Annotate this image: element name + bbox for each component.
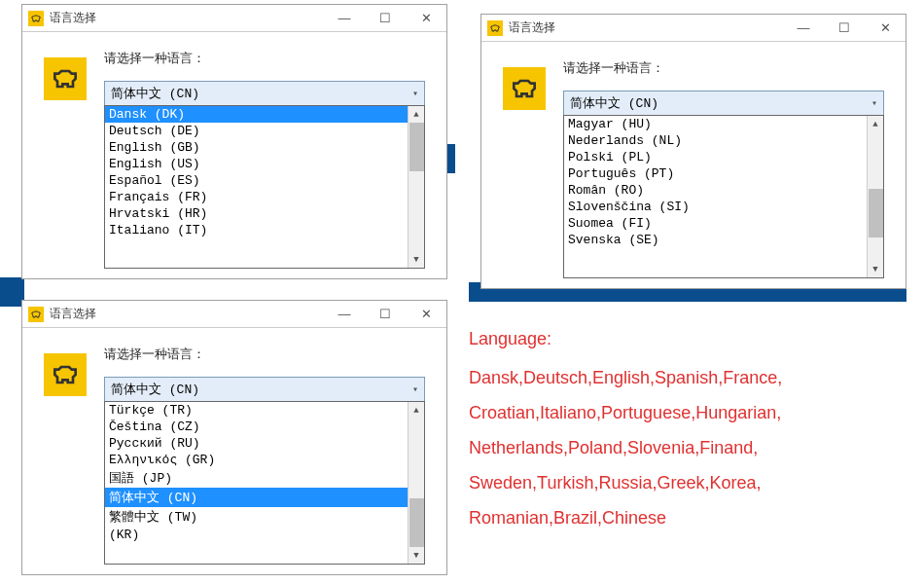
select-value: 简体中文 (CN) — [570, 94, 658, 112]
list-item[interactable]: Hrvatski (HR) — [105, 205, 424, 222]
engine-icon — [28, 11, 44, 26]
scrollbar[interactable]: ▲ ▼ — [408, 402, 424, 564]
list-item[interactable]: Dansk (DK) — [105, 106, 424, 123]
list-item[interactable]: (KR) — [105, 527, 424, 543]
engine-icon-large — [44, 57, 87, 100]
list-item[interactable]: Français (FR) — [105, 189, 424, 205]
list-item[interactable]: Eλληνικός (GR) — [105, 452, 424, 468]
language-line: Croatian,Italiano,Portuguese,Hungarian, — [469, 403, 781, 422]
maximize-button[interactable]: ☐ — [365, 301, 406, 327]
titlebar[interactable]: 语言选择 — ☐ ✕ — [481, 15, 906, 42]
scroll-thumb[interactable] — [869, 189, 883, 237]
window-title: 语言选择 — [50, 306, 96, 322]
list-item[interactable]: Român (RO) — [564, 182, 883, 199]
select-value: 简体中文 (CN) — [111, 85, 199, 102]
window-controls: — ☐ ✕ — [324, 301, 446, 327]
language-listbox[interactable]: Magyar (HU)Nederlands (NL)Polski (PL)Por… — [563, 115, 884, 278]
language-line: Romanian,Brazil,Chinese — [469, 508, 666, 528]
list-item[interactable]: Português (PT) — [564, 165, 883, 182]
language-select[interactable]: 简体中文 (CN) ▾ — [104, 81, 425, 106]
language-select[interactable]: 简体中文 (CN) ▾ — [563, 91, 884, 116]
list-item[interactable]: Türkçe (TR) — [105, 402, 424, 419]
list-item[interactable]: Čeština (CZ) — [105, 419, 424, 435]
language-select[interactable]: 简体中文 (CN) ▾ — [104, 377, 425, 402]
chevron-down-icon: ▾ — [871, 97, 877, 109]
window-controls: — ☐ ✕ — [324, 5, 446, 31]
window-title: 语言选择 — [50, 10, 96, 26]
minimize-button[interactable]: — — [783, 15, 824, 41]
scroll-down-button[interactable]: ▼ — [409, 547, 424, 564]
language-line: Sweden,Turkish,Russia,Greek,Korea, — [469, 473, 761, 493]
chevron-down-icon: ▾ — [412, 383, 418, 395]
list-item[interactable]: Suomea (FI) — [564, 215, 883, 232]
list-item[interactable]: Italiano (IT) — [105, 222, 424, 238]
list-item[interactable]: Svenska (SE) — [564, 232, 883, 248]
titlebar[interactable]: 语言选择 — ☐ ✕ — [22, 301, 446, 328]
language-select-window-2: 语言选择 — ☐ ✕ 请选择一种语言： 简体中文 (CN) ▾ Magyar (… — [480, 14, 906, 289]
window-controls: — ☐ ✕ — [783, 15, 906, 41]
engine-icon-large — [503, 67, 546, 110]
minimize-button[interactable]: — — [324, 301, 365, 327]
list-item[interactable]: English (GB) — [105, 139, 424, 156]
list-item[interactable]: Español (ES) — [105, 172, 424, 189]
list-item[interactable]: Slovenščina (SI) — [564, 199, 883, 215]
scroll-thumb[interactable] — [409, 498, 424, 547]
maximize-button[interactable]: ☐ — [824, 15, 865, 41]
scrollbar[interactable]: ▲ ▼ — [408, 106, 424, 268]
minimize-button[interactable]: — — [324, 5, 365, 31]
prompt-label: 请选择一种语言： — [563, 59, 884, 77]
list-item[interactable]: 繁體中文 (TW) — [105, 507, 424, 527]
chevron-down-icon: ▾ — [412, 88, 418, 99]
engine-icon-large — [44, 353, 87, 396]
language-line: Dansk,Deutsch,English,Spanish,France, — [469, 368, 782, 387]
language-summary-text: Language: Dansk,Deutsch,English,Spanish,… — [469, 321, 902, 535]
scrollbar[interactable]: ▲ ▼ — [867, 116, 883, 277]
language-listbox[interactable]: Türkçe (TR)Čeština (CZ)Русский (RU)Eλλην… — [104, 401, 425, 565]
list-item[interactable]: Magyar (HU) — [564, 116, 883, 132]
list-item[interactable]: Русский (RU) — [105, 435, 424, 452]
list-item[interactable]: 简体中文 (CN) — [105, 488, 424, 507]
list-item[interactable]: 国語 (JP) — [105, 468, 424, 488]
prompt-label: 请选择一种语言： — [104, 346, 425, 363]
titlebar[interactable]: 语言选择 — ☐ ✕ — [22, 5, 446, 32]
list-item[interactable]: Polski (PL) — [564, 149, 883, 165]
maximize-button[interactable]: ☐ — [365, 5, 406, 31]
scroll-down-button[interactable]: ▼ — [409, 251, 424, 268]
engine-icon — [487, 20, 503, 36]
list-item[interactable]: English (US) — [105, 156, 424, 172]
scroll-up-button[interactable]: ▲ — [868, 116, 883, 132]
close-button[interactable]: ✕ — [406, 5, 446, 31]
language-select-window-1: 语言选择 — ☐ ✕ 请选择一种语言： 简体中文 (CN) ▾ Dansk (D… — [21, 4, 447, 279]
scroll-down-button[interactable]: ▼ — [868, 261, 883, 277]
language-listbox[interactable]: Dansk (DK)Deutsch (DE)English (GB)Englis… — [104, 105, 425, 269]
scroll-thumb[interactable] — [409, 123, 424, 171]
language-select-window-3: 语言选择 — ☐ ✕ 请选择一种语言： 简体中文 (CN) ▾ Türkçe (… — [21, 300, 447, 575]
window-title: 语言选择 — [509, 19, 555, 36]
scroll-up-button[interactable]: ▲ — [409, 106, 424, 123]
language-line: Netherlands,Poland,Slovenia,Finand, — [469, 438, 758, 457]
close-button[interactable]: ✕ — [406, 301, 446, 327]
language-header: Language: — [469, 321, 902, 356]
select-value: 简体中文 (CN) — [111, 381, 199, 398]
prompt-label: 请选择一种语言： — [104, 50, 425, 67]
list-item[interactable]: Nederlands (NL) — [564, 132, 883, 149]
engine-icon — [28, 307, 44, 322]
list-item[interactable]: Deutsch (DE) — [105, 123, 424, 139]
close-button[interactable]: ✕ — [865, 15, 906, 41]
scroll-up-button[interactable]: ▲ — [409, 402, 424, 419]
